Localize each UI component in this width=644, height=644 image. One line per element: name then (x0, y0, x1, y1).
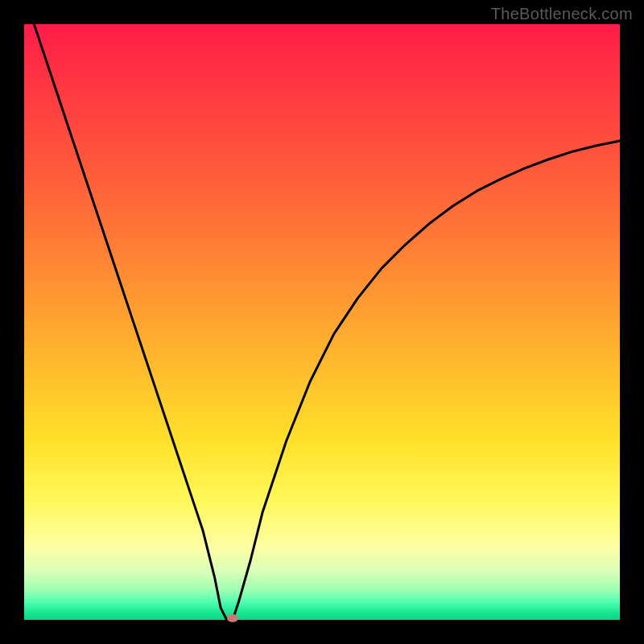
bottleneck-curve (24, 24, 620, 620)
optimal-point-marker (227, 614, 238, 622)
plot-area (24, 24, 620, 620)
chart-frame: TheBottleneck.com (0, 0, 644, 644)
watermark-text: TheBottleneck.com (491, 5, 633, 23)
